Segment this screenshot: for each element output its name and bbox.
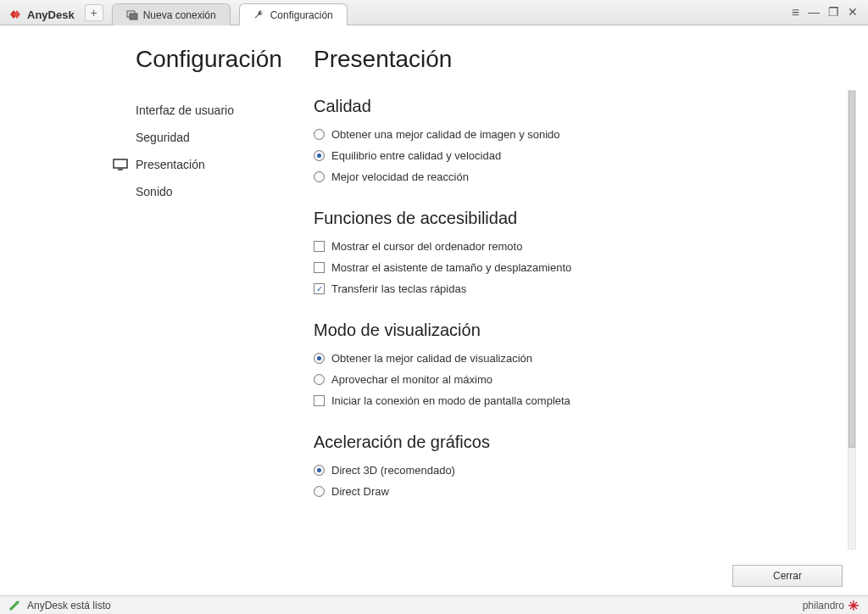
gfx-direct3d[interactable]: Direct 3D (recomendado) [314,464,846,477]
access-show-assistant[interactable]: Mostrar el asistente de tamaño y desplaz… [314,261,846,274]
section-heading-graphics: Aceleración de gráficos [314,433,846,452]
gfx-directdraw[interactable]: Direct Draw [314,485,846,498]
option-label: Mejor velocidad de reacción [331,170,469,183]
quality-option-speed[interactable]: Mejor velocidad de reacción [314,170,846,183]
vendor-logo-icon [848,600,860,611]
vendor-brand: philandro [803,600,860,611]
section-heading-quality: Calidad [314,97,846,116]
option-label: Equilibrio entre calidad y velocidad [331,149,501,162]
nav-item-security[interactable]: Seguridad [112,124,314,151]
settings-content: Presentación Calidad Obtener una mejor c… [314,46,868,553]
settings-nav: Configuración Interfaz de usuario Seguri… [0,46,314,553]
option-label: Mostrar el asistente de tamaño y desplaz… [331,261,571,274]
nav-item-presentation[interactable]: Presentación [112,151,314,178]
nav-label: Interfaz de usuario [136,103,234,117]
footer-buttons: Cerrar [732,565,843,587]
access-show-cursor[interactable]: Mostrar el cursor del ordenador remoto [314,240,846,253]
tab-label: Nueva conexión [143,9,216,21]
content-title: Presentación [314,46,834,73]
status-ready-icon [8,600,20,611]
view-start-fullscreen[interactable]: Iniciar la conexión en modo de pantalla … [314,394,846,407]
radio-icon [314,465,325,476]
option-label: Transferir las teclas rápidas [331,282,466,295]
close-window-button[interactable]: ✕ [848,6,858,20]
new-tab-button[interactable]: + [85,4,103,21]
tab-new-connection[interactable]: Nueva conexión [112,3,231,25]
app-badge: AnyDesk [3,8,83,25]
radio-icon [314,486,325,497]
monitor-icon [112,159,129,170]
anydesk-logo-icon [8,8,22,21]
hamburger-menu-icon[interactable]: ≡ [792,6,799,20]
tab-settings[interactable]: Configuración [239,3,348,25]
vendor-name: philandro [803,600,844,611]
radio-icon [314,171,325,182]
radio-icon [314,129,325,140]
checkbox-icon [314,241,325,252]
radio-icon [314,353,325,364]
radio-icon [314,150,325,161]
option-label: Obtener una mejor calidad de imagen y so… [331,128,560,141]
svg-rect-3 [130,14,137,20]
checkbox-icon [314,262,325,273]
option-label: Mostrar el cursor del ordenador remoto [331,240,522,253]
option-label: Iniciar la conexión en modo de pantalla … [331,394,570,407]
quality-option-balanced[interactable]: Equilibrio entre calidad y velocidad [314,149,846,162]
status-text: AnyDesk está listo [27,600,111,611]
settings-page: Configuración Interfaz de usuario Seguri… [0,25,868,595]
nav-label: Presentación [136,158,205,171]
nav-item-sound[interactable]: Sonido [112,178,314,205]
app-name: AnyDesk [27,8,75,21]
minimize-button[interactable]: — [808,6,820,20]
checkbox-icon: ✓ [314,283,325,294]
section-heading-viewmode: Modo de visualización [314,321,846,340]
quality-option-best[interactable]: Obtener una mejor calidad de imagen y so… [314,128,846,141]
view-use-full-monitor[interactable]: Aprovechar el monitor al máximo [314,373,846,386]
scrollbar[interactable] [848,90,856,550]
view-best-quality[interactable]: Obtener la mejor calidad de visualizació… [314,352,846,365]
window-controls: ≡ — ❐ ✕ [792,6,865,25]
checkbox-icon [314,395,325,406]
close-button[interactable]: Cerrar [732,565,843,587]
option-label: Direct Draw [331,485,389,498]
svg-marker-1 [14,10,20,19]
tab-strip: AnyDesk + Nueva conexión Configuración ≡… [0,0,868,25]
access-transfer-hotkeys[interactable]: ✓Transferir las teclas rápidas [314,282,846,295]
maximize-button[interactable]: ❐ [828,6,839,20]
option-label: Aprovechar el monitor al máximo [331,373,492,386]
tab-label: Configuración [270,9,333,21]
option-label: Obtener la mejor calidad de visualizació… [331,352,532,365]
new-connection-icon [126,9,138,21]
status-bar: AnyDesk está listo philandro [0,595,868,614]
svg-rect-4 [114,159,127,168]
radio-icon [314,374,325,385]
settings-title: Configuración [136,46,314,73]
settings-scroll-area: Calidad Obtener una mejor calidad de ima… [314,90,846,553]
scrollbar-thumb[interactable] [849,91,855,448]
nav-label: Sonido [136,185,173,198]
nav-label: Seguridad [136,131,190,144]
option-label: Direct 3D (recomendado) [331,464,455,477]
section-heading-accessibility: Funciones de accesibilidad [314,209,846,228]
nav-item-ui[interactable]: Interfaz de usuario [112,97,314,124]
wrench-icon [253,9,265,21]
